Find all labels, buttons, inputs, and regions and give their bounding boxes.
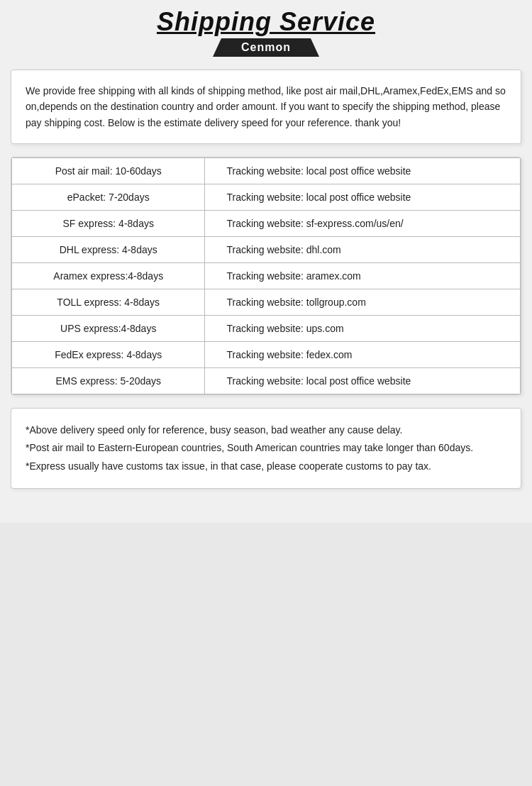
shipping-table-wrapper: Post air mail: 10-60daysTracking website…: [11, 157, 521, 395]
table-row: ePacket: 7-20daysTracking website: local…: [12, 184, 521, 211]
tracking-cell: Tracking website: ups.com: [205, 316, 521, 342]
description-text: We provide free shipping with all kinds …: [26, 83, 506, 131]
note-line: *Post air mail to Eastern-European count…: [26, 439, 506, 457]
service-cell: TOLL express: 4-8days: [12, 289, 205, 316]
notes-box: *Above delivery speed only for reference…: [11, 408, 521, 489]
tracking-cell: Tracking website: dhl.com: [205, 237, 521, 263]
table-row: DHL express: 4-8daysTracking website: dh…: [12, 237, 521, 263]
table-row: FedEx express: 4-8daysTracking website: …: [12, 342, 521, 368]
table-row: TOLL express: 4-8daysTracking website: t…: [12, 289, 521, 316]
table-row: SF express: 4-8daysTracking website: sf-…: [12, 211, 521, 237]
tracking-cell: Tracking website: local post office webs…: [205, 184, 521, 211]
description-box: We provide free shipping with all kinds …: [11, 70, 521, 144]
tracking-cell: Tracking website: local post office webs…: [205, 368, 521, 394]
tracking-cell: Tracking website: tollgroup.com: [205, 289, 521, 316]
table-row: Aramex express:4-8daysTracking website: …: [12, 263, 521, 289]
service-cell: Post air mail: 10-60days: [12, 158, 205, 184]
note-line: *Express usually have customs tax issue,…: [26, 458, 506, 475]
service-cell: SF express: 4-8days: [12, 211, 205, 237]
tracking-cell: Tracking website: sf-express.com/us/en/: [205, 211, 521, 237]
table-row: UPS express:4-8daysTracking website: ups…: [12, 316, 521, 342]
shipping-table: Post air mail: 10-60daysTracking website…: [11, 157, 521, 394]
service-cell: EMS express: 5-20days: [12, 368, 205, 394]
service-cell: DHL express: 4-8days: [12, 237, 205, 263]
page-title: Shipping Service: [0, 7, 532, 37]
service-cell: UPS express:4-8days: [12, 316, 205, 342]
tracking-cell: Tracking website: fedex.com: [205, 342, 521, 368]
table-row: Post air mail: 10-60daysTracking website…: [12, 158, 521, 184]
note-line: *Above delivery speed only for reference…: [26, 421, 506, 439]
service-cell: Aramex express:4-8days: [12, 263, 205, 289]
tracking-cell: Tracking website: aramex.com: [205, 263, 521, 289]
subtitle-banner: Cenmon: [213, 38, 319, 57]
page-header: Shipping Service Cenmon: [0, 0, 532, 57]
service-cell: FedEx express: 4-8days: [12, 342, 205, 368]
tracking-cell: Tracking website: local post office webs…: [205, 158, 521, 184]
table-row: EMS express: 5-20daysTracking website: l…: [12, 368, 521, 394]
service-cell: ePacket: 7-20days: [12, 184, 205, 211]
